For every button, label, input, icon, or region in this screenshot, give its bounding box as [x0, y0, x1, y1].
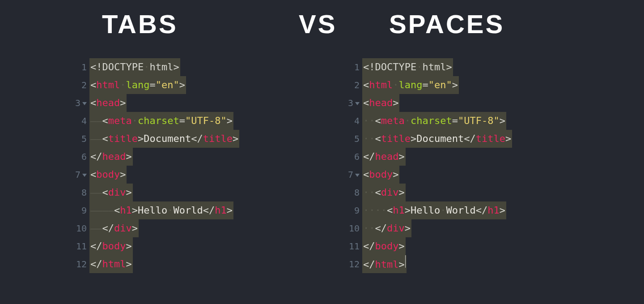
code-line: 4 ··<meta·charset="UTF-8">	[340, 112, 512, 130]
line-number: 7	[340, 166, 362, 184]
code-line: 4 ――<meta·charset="UTF-8">	[67, 112, 239, 130]
line-number: 1	[340, 58, 362, 76]
line-number: 2	[67, 76, 89, 94]
code-line: 3 <head>	[340, 94, 512, 112]
code-line: 12 </html>	[340, 255, 512, 273]
code-line: 6 </head>	[340, 148, 512, 166]
fold-icon[interactable]	[355, 174, 360, 177]
line-number: 3	[340, 94, 362, 112]
code-line: 8 ··<div>	[340, 184, 512, 201]
heading-vs: VS	[299, 9, 337, 39]
code-line: 7 <body>	[340, 166, 512, 184]
line-number: 8	[67, 184, 89, 201]
line-number: 10	[67, 219, 89, 237]
code-line: 6 </head>	[67, 148, 239, 166]
code-line: 1 <!DOCTYPE·html>	[340, 58, 512, 76]
code-line: 3 <head>	[67, 94, 239, 112]
heading-tabs: TABS	[102, 9, 178, 39]
line-number: 9	[67, 201, 89, 219]
line-number: 2	[340, 76, 362, 94]
line-number: 4	[340, 112, 362, 130]
code-line: 11 </body>	[67, 237, 239, 255]
code-line: 11 </body>	[340, 237, 512, 255]
line-number: 11	[67, 237, 89, 255]
fold-icon[interactable]	[82, 102, 87, 105]
code-line: 10 ――</div>	[67, 219, 239, 237]
code-line: 2 <html·lang="en">	[67, 76, 239, 94]
code-line: 9 ――――<h1>Hello·World</h1>	[67, 201, 239, 219]
code-line: 5 ··<title>Document</title>	[340, 130, 512, 148]
line-number: 3	[67, 94, 89, 112]
code-line: 10 ··</div>	[340, 219, 512, 237]
line-number: 5	[340, 130, 362, 148]
line-number: 8	[340, 184, 362, 201]
code-line: 9 ····<h1>Hello·World</h1>	[340, 201, 512, 219]
code-line: 7 <body>	[67, 166, 239, 184]
editor-tabs: 1 <!DOCTYPE·html> 2 <html·lang="en"> 3 <…	[67, 58, 239, 273]
editor-spaces: 1 <!DOCTYPE·html> 2 <html·lang="en"> 3 <…	[340, 58, 512, 273]
heading-spaces: SPACES	[389, 9, 504, 39]
code-line: 1 <!DOCTYPE·html>	[67, 58, 239, 76]
line-number: 12	[67, 255, 89, 273]
line-number: 12	[340, 255, 362, 273]
line-number: 1	[67, 58, 89, 76]
line-number: 5	[67, 130, 89, 148]
line-number: 6	[340, 148, 362, 166]
fold-icon[interactable]	[82, 174, 87, 177]
text-cursor	[405, 255, 406, 268]
line-number: 7	[67, 166, 89, 184]
line-number: 9	[340, 201, 362, 219]
line-number: 4	[67, 112, 89, 130]
line-number: 6	[67, 148, 89, 166]
code-line: 2 <html·lang="en">	[340, 76, 512, 94]
code-line: 8 ――<div>	[67, 184, 239, 201]
line-number: 11	[340, 237, 362, 255]
line-number: 10	[340, 219, 362, 237]
code-line: 12 </html>	[67, 255, 239, 273]
fold-icon[interactable]	[355, 102, 360, 105]
code-line: 5 ――<title>Document</title>	[67, 130, 239, 148]
